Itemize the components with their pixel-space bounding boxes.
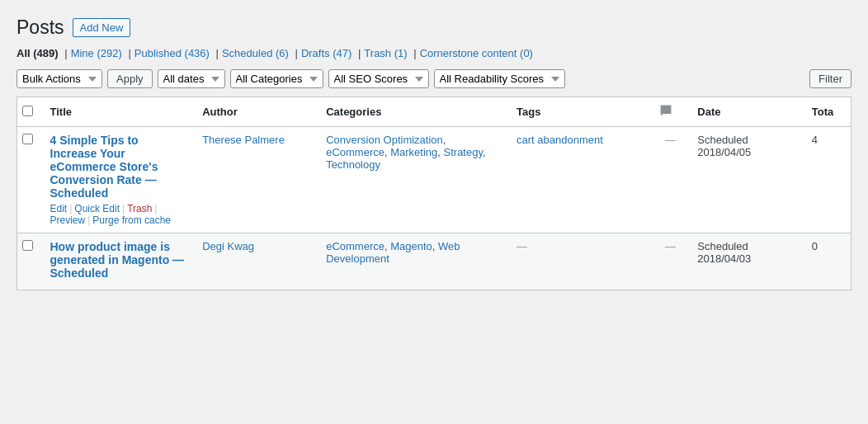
date-value: 2018/04/05 [697, 146, 795, 158]
tag-link[interactable]: cart abandonment [517, 134, 603, 146]
post-title-link[interactable]: 4 Simple Tips to Increase Your eCommerce… [50, 134, 186, 200]
action-separator: | [87, 214, 90, 226]
date-value: 2018/04/03 [697, 252, 795, 265]
filter-all-link[interactable]: All (489) [17, 47, 61, 59]
post-comments-cell: — [651, 233, 689, 290]
action-separator: | [69, 203, 72, 214]
post-author-cell: Degi Kwag [194, 233, 318, 290]
filter-drafts-link[interactable]: Drafts (47) [301, 47, 355, 59]
apply-button[interactable]: Apply [107, 69, 153, 88]
post-categories-cell: Conversion Optimization, eCommerce, Mark… [318, 127, 508, 233]
date-status: Scheduled [697, 134, 795, 146]
row-checkbox-cell [17, 127, 42, 233]
posts-tbody: 4 Simple Tips to Increase Your eCommerce… [17, 127, 851, 290]
row-checkbox[interactable] [22, 240, 33, 251]
posts-table: Title Author Categories Tags Date Tota 4… [17, 97, 851, 290]
row-checkbox-cell [17, 233, 42, 290]
post-author-cell: Therese Palmere [194, 127, 318, 233]
filter-button[interactable]: Filter [809, 69, 851, 88]
categories-select[interactable]: All Categories [230, 69, 323, 88]
category-link[interactable]: Magento [390, 240, 432, 252]
filter-cornerstone-link[interactable]: Cornerstone content (0) [420, 47, 533, 59]
filter-cornerstone: Cornerstone content (0) [420, 47, 533, 59]
row-action-link-quickedit[interactable]: Quick Edit [74, 203, 120, 214]
comment-bubble-icon [659, 104, 672, 117]
filter-published: Published (436) | [134, 47, 222, 59]
status-filter-nav: All (489) | Mine (292) | Published (436)… [17, 47, 851, 59]
category-link[interactable]: Technology [326, 158, 380, 171]
table-header-row: Title Author Categories Tags Date Tota [17, 97, 851, 127]
action-separator: | [154, 203, 157, 214]
filter-scheduled-link[interactable]: Scheduled (6) [222, 47, 292, 59]
filter-scheduled: Scheduled (6) | [222, 47, 301, 59]
row-action-link-trash[interactable]: Trash [127, 203, 152, 214]
table-row: 4 Simple Tips to Increase Your eCommerce… [17, 127, 851, 233]
post-date-cell: Scheduled2018/04/03 [689, 233, 803, 290]
filter-drafts: Drafts (47) | [301, 47, 364, 59]
date-status: Scheduled [697, 240, 795, 252]
post-title-link[interactable]: How product image is generated in Magent… [50, 240, 186, 280]
th-checkbox [17, 97, 42, 127]
page-title: Posts [17, 16, 64, 39]
filter-trash: Trash (1) | [364, 47, 419, 59]
row-action-link-edit[interactable]: Edit [50, 203, 68, 214]
post-tags-cell: — [508, 233, 651, 290]
tablenav-top: Bulk Actions Apply All dates All Categor… [17, 69, 851, 88]
post-categories-cell: eCommerce, Magento, Web Development [318, 233, 508, 290]
post-comments-cell: — [651, 127, 689, 233]
filter-mine: Mine (292) | [71, 47, 134, 59]
action-separator: | [122, 203, 125, 214]
row-action-quickedit: Quick Edit [74, 203, 120, 214]
post-tags-cell: cart abandonment [508, 127, 651, 233]
row-action-link-view[interactable]: Preview [50, 214, 86, 226]
th-tags: Tags [508, 97, 651, 127]
row-action-purge: Purge from cache [92, 214, 171, 226]
post-title-cell: How product image is generated in Magent… [42, 233, 195, 290]
th-comments [651, 97, 689, 127]
comments-dash: — [665, 134, 676, 146]
post-total-cell: 4 [804, 127, 851, 233]
posts-page: Posts Add New All (489) | Mine (292) | P… [17, 16, 851, 290]
post-total-cell: 0 [804, 233, 851, 290]
table-row: How product image is generated in Magent… [17, 233, 851, 290]
category-link[interactable]: eCommerce [326, 146, 384, 158]
row-action-link-purge[interactable]: Purge from cache [92, 214, 171, 226]
th-categories: Categories [318, 97, 508, 127]
filter-trash-link[interactable]: Trash (1) [364, 47, 410, 59]
th-title[interactable]: Title [42, 97, 195, 127]
readability-scores-select[interactable]: All Readability Scores [434, 69, 565, 88]
th-total: Tota [804, 97, 851, 127]
row-actions: Edit | Quick Edit | Trash | Preview | Pu… [50, 203, 186, 226]
page-title-area: Posts Add New [17, 16, 851, 39]
row-action-trash: Trash [127, 203, 152, 214]
author-link[interactable]: Therese Palmere [202, 134, 285, 146]
seo-scores-select[interactable]: All SEO Scores [328, 69, 429, 88]
filter-mine-link[interactable]: Mine (292) [71, 47, 125, 59]
th-date[interactable]: Date [689, 97, 803, 127]
post-date-cell: Scheduled2018/04/05 [689, 127, 803, 233]
category-link[interactable]: eCommerce [326, 240, 384, 252]
category-link[interactable]: Marketing [390, 146, 437, 158]
comments-dash: — [665, 240, 676, 252]
post-title-cell: 4 Simple Tips to Increase Your eCommerce… [42, 127, 195, 233]
category-link[interactable]: Strategy [444, 146, 483, 158]
th-author: Author [194, 97, 318, 127]
add-new-button[interactable]: Add New [73, 18, 131, 37]
select-all-checkbox[interactable] [22, 106, 33, 116]
bulk-actions-select[interactable]: Bulk Actions [17, 69, 102, 88]
row-action-view: Preview [50, 214, 86, 226]
empty-dash: — [517, 240, 527, 252]
filter-published-link[interactable]: Published (436) [134, 47, 213, 59]
category-link[interactable]: Conversion Optimization [326, 134, 443, 146]
filter-all: All (489) | [17, 47, 71, 59]
dates-select[interactable]: All dates [158, 69, 225, 88]
row-checkbox[interactable] [22, 134, 33, 144]
author-link[interactable]: Degi Kwag [202, 240, 254, 252]
row-action-edit: Edit [50, 203, 68, 214]
